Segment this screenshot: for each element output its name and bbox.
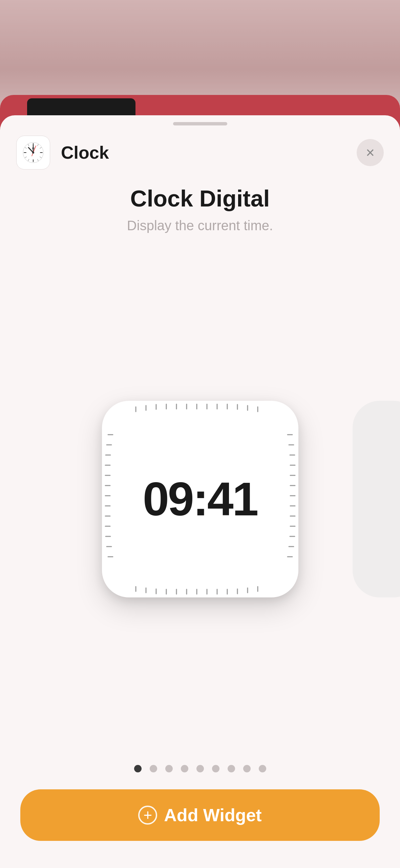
add-widget-button[interactable]: + Add Widget <box>20 789 380 841</box>
bottom-sheet: 12 Clock × Clock Digital Display the cur… <box>0 115 400 868</box>
app-icon: 12 <box>16 136 50 170</box>
close-icon: × <box>366 145 375 160</box>
widget-title-area: Clock Digital Display the current time. <box>0 186 400 233</box>
dot-8[interactable] <box>259 765 266 772</box>
pagination-dots <box>0 751 400 789</box>
add-icon: + <box>138 806 157 825</box>
sheet-header: 12 Clock × <box>0 136 400 170</box>
widget-title: Clock Digital <box>20 186 380 211</box>
app-name-label: Clock <box>61 142 357 163</box>
dot-1[interactable] <box>150 765 157 772</box>
dot-7[interactable] <box>243 765 251 772</box>
svg-text:12: 12 <box>32 147 35 150</box>
close-button[interactable]: × <box>357 139 384 166</box>
peeking-widget <box>353 401 400 597</box>
widget-carousel[interactable]: 09:41 <box>0 247 400 751</box>
widget-subtitle: Display the current time. <box>20 218 380 233</box>
dot-5[interactable] <box>212 765 219 772</box>
dot-2[interactable] <box>165 765 173 772</box>
clock-icon: 12 <box>21 140 45 165</box>
clock-widget: 09:41 <box>102 401 298 597</box>
sheet-handle <box>173 122 227 125</box>
tick-marks-svg <box>102 401 298 597</box>
svg-point-18 <box>32 152 34 154</box>
dot-3[interactable] <box>181 765 188 772</box>
dot-0[interactable] <box>134 765 142 772</box>
dot-4[interactable] <box>196 765 204 772</box>
dot-6[interactable] <box>228 765 235 772</box>
add-button-label: Add Widget <box>164 805 261 825</box>
